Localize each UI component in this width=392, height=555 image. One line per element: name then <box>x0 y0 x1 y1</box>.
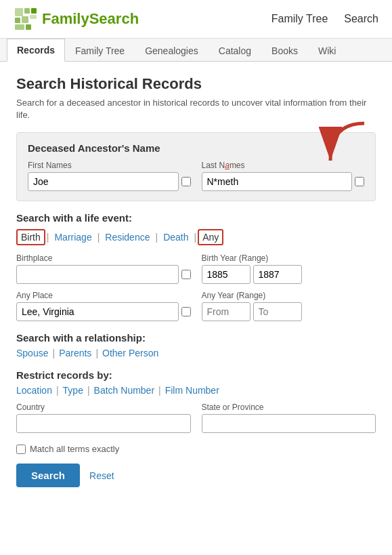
last-names-field-wrap <box>202 172 365 191</box>
tab-navigation: Records Family Tree Genealogies Catalog … <box>0 39 392 62</box>
restrict-links: Location | Type | Batch Number | Film Nu… <box>16 385 376 396</box>
tab-records[interactable]: Records <box>7 39 65 62</box>
birth-year-from-input[interactable] <box>202 265 251 284</box>
event-sep-2: | <box>97 232 100 243</box>
ancestor-name-fields: First Names Last Names <box>28 161 364 191</box>
first-names-input[interactable] <box>28 172 179 191</box>
state-input[interactable] <box>202 414 376 433</box>
restrict-location-link[interactable]: Location <box>16 385 52 396</box>
last-names-checkbox[interactable] <box>355 177 364 186</box>
tab-wiki[interactable]: Wiki <box>308 39 346 62</box>
header-nav: Family Tree Search <box>271 13 378 25</box>
birth-year-to-input[interactable] <box>253 265 302 284</box>
nav-search-link[interactable]: Search <box>344 13 378 25</box>
tab-genealogies[interactable]: Genealogies <box>135 39 209 62</box>
country-group: Country <box>16 403 191 433</box>
event-tab-residence[interactable]: Residence <box>101 230 154 245</box>
svg-rect-0 <box>15 8 23 16</box>
life-event-section: Search with a life event: Birth | Marria… <box>16 212 376 321</box>
svg-rect-3 <box>15 18 20 23</box>
match-terms-row: Match all terms exactly <box>16 444 376 454</box>
match-all-checkbox[interactable] <box>16 445 26 454</box>
any-place-label: Any Place <box>16 291 191 300</box>
last-names-input[interactable] <box>202 172 353 191</box>
relationship-parents-link[interactable]: Parents <box>59 348 91 358</box>
country-input[interactable] <box>16 414 191 433</box>
relationship-links: Spouse | Parents | Other Person <box>16 348 376 358</box>
first-names-group: First Names <box>28 161 191 191</box>
relationship-other-link[interactable]: Other Person <box>102 348 158 358</box>
country-label: Country <box>16 403 191 412</box>
logo: FamilySearch <box>14 7 139 31</box>
nav-familytree-link[interactable]: Family Tree <box>271 13 328 25</box>
page-description: Search for a deceased ancestor in histor… <box>16 97 376 121</box>
birth-year-range <box>202 265 376 284</box>
any-year-range <box>202 302 376 321</box>
state-label: State or Province <box>202 403 376 412</box>
relationship-title: Search with a relationship: <box>16 332 376 344</box>
relationship-spouse-link[interactable]: Spouse <box>16 348 48 358</box>
birth-year-label: Birth Year (Range) <box>202 253 376 263</box>
relationship-section: Search with a relationship: Spouse | Par… <box>16 332 376 358</box>
event-sep-3: | <box>155 232 158 243</box>
any-place-field-wrap <box>16 302 191 321</box>
any-year-from-input[interactable] <box>202 302 251 321</box>
birthplace-label: Birthplace <box>16 253 191 263</box>
first-names-label: First Names <box>28 161 191 170</box>
action-row: Search Reset <box>16 464 376 487</box>
restrict-type-link[interactable]: Type <box>63 385 83 396</box>
restrict-sep-1: | <box>56 385 59 396</box>
any-year-to-input[interactable] <box>253 302 302 321</box>
reset-button[interactable]: Reset <box>89 470 114 481</box>
birthplace-group: Birthplace <box>16 253 191 284</box>
restrict-fields: Country State or Province <box>16 403 376 433</box>
rel-sep-2: | <box>95 348 98 358</box>
familysearch-logo-icon <box>14 7 38 31</box>
birthplace-field-wrap <box>16 265 191 284</box>
match-all-label[interactable]: Match all terms exactly <box>30 444 119 454</box>
rel-sep-1: | <box>52 348 55 358</box>
birthplace-input[interactable] <box>16 265 179 284</box>
tab-familytree[interactable]: Family Tree <box>65 39 135 62</box>
restrict-section: Restrict records by: Location | Type | B… <box>16 369 376 433</box>
any-place-input[interactable] <box>16 302 179 321</box>
first-names-field-wrap <box>28 172 191 191</box>
svg-rect-5 <box>30 15 37 19</box>
event-tab-birth[interactable]: Birth <box>16 229 45 245</box>
any-place-group: Any Place <box>16 291 191 321</box>
tab-catalog[interactable]: Catalog <box>209 39 261 62</box>
event-tab-death[interactable]: Death <box>159 230 192 245</box>
last-names-group: Last Names <box>202 161 365 191</box>
ancestor-name-title: Deceased Ancestor's Name <box>28 142 364 154</box>
ancestor-name-section: Deceased Ancestor's Name First Names <box>16 132 376 201</box>
first-names-checkbox[interactable] <box>181 177 191 186</box>
search-button[interactable]: Search <box>16 464 80 487</box>
event-tab-any[interactable]: Any <box>198 229 223 245</box>
svg-rect-6 <box>15 24 24 30</box>
svg-rect-7 <box>26 24 31 30</box>
main-content: Search Historical Records Search for a d… <box>0 62 392 501</box>
life-event-fields: Birthplace Birth Year (Range) Any Place <box>16 253 376 321</box>
birthplace-checkbox[interactable] <box>181 270 191 279</box>
event-tab-marriage[interactable]: Marriage <box>50 230 95 245</box>
svg-rect-4 <box>22 16 28 23</box>
last-names-label: Last Names <box>202 161 365 170</box>
birth-year-group: Birth Year (Range) <box>202 253 376 284</box>
any-place-checkbox[interactable] <box>181 307 191 316</box>
header: FamilySearch Family Tree Search <box>0 0 392 39</box>
tab-books[interactable]: Books <box>261 39 308 62</box>
state-group: State or Province <box>202 403 376 433</box>
event-sep-4: | <box>194 232 196 243</box>
svg-rect-1 <box>24 8 30 14</box>
restrict-batch-link[interactable]: Batch Number <box>94 385 154 396</box>
event-sep-1: | <box>47 232 49 243</box>
event-tabs: Birth | Marriage | Residence | Death | A… <box>16 229 376 245</box>
life-event-title: Search with a life event: <box>16 212 376 224</box>
restrict-title: Restrict records by: <box>16 369 376 381</box>
svg-rect-2 <box>31 8 37 14</box>
logo-text: FamilySearch <box>42 10 139 28</box>
restrict-sep-3: | <box>158 385 161 396</box>
restrict-film-link[interactable]: Film Number <box>165 385 219 396</box>
page-title: Search Historical Records <box>16 75 376 93</box>
any-year-group: Any Year (Range) <box>202 291 376 321</box>
